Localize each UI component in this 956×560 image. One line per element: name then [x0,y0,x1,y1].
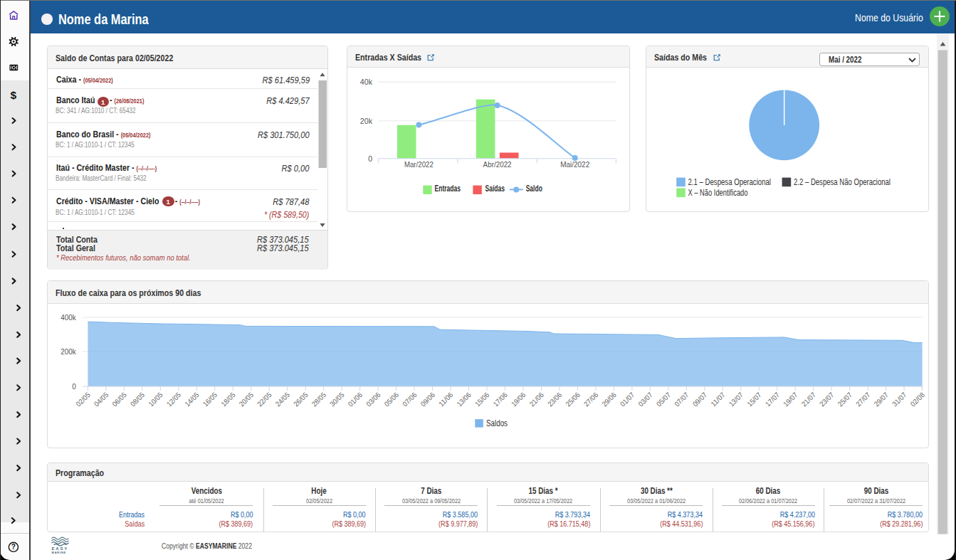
svg-text:03/06: 03/06 [364,391,382,408]
svg-text:400k: 400k [61,313,76,321]
svg-text:03/07: 03/07 [636,391,654,408]
svg-text:12/05: 12/05 [165,391,183,408]
svg-text:20k: 20k [360,117,373,125]
svg-text:02/05: 02/05 [74,391,92,408]
svg-text:01/06: 01/06 [347,391,364,408]
svg-text:Abr/2022: Abr/2022 [483,160,512,169]
svg-text:25/07: 25/07 [836,391,854,408]
svg-text:01/07: 01/07 [619,391,636,408]
svg-text:26/05: 26/05 [292,391,310,408]
svg-text:23/07: 23/07 [818,391,836,408]
svg-text:2.1 – Despesa Operacional: 2.1 – Despesa Operacional [688,177,772,187]
svg-text:200k: 200k [61,347,76,355]
svg-text:19/07: 19/07 [782,391,799,408]
svg-text:17/06: 17/06 [492,391,510,408]
svg-text:40k: 40k [360,78,373,86]
svg-text:0: 0 [368,154,372,163]
svg-text:09/07: 09/07 [691,391,709,408]
svg-text:20/05: 20/05 [238,391,256,408]
svg-text:07/06: 07/06 [401,391,419,408]
svg-text:29/07: 29/07 [873,391,891,408]
svg-text:22/05: 22/05 [256,391,273,408]
svg-text:Entradas: Entradas [435,183,461,194]
svg-text:Mar/2022: Mar/2022 [404,160,434,169]
svg-text:X – Não Identificado: X – Não Identificado [688,188,748,198]
svg-text:09/06: 09/06 [419,391,437,408]
svg-text:31/07: 31/07 [891,391,908,408]
svg-text:14/05: 14/05 [183,391,201,408]
svg-text:11/07: 11/07 [709,391,727,408]
svg-text:2.2 – Despesa Não Operacional: 2.2 – Despesa Não Operacional [794,177,891,187]
svg-text:15/07: 15/07 [745,391,763,408]
svg-text:25/06: 25/06 [564,391,582,408]
svg-text:$: $ [11,89,17,101]
svg-text:04/05: 04/05 [93,391,110,408]
svg-text:30/05: 30/05 [328,391,346,408]
svg-text:16/05: 16/05 [201,391,219,408]
svg-text:21/07: 21/07 [800,391,818,408]
svg-text:15/06: 15/06 [473,391,491,408]
svg-text:21/06: 21/06 [528,391,546,408]
svg-text:27/07: 27/07 [854,391,872,408]
svg-text:06/05: 06/05 [110,391,128,408]
svg-text:28/05: 28/05 [310,391,328,408]
svg-text:29/06: 29/06 [600,391,618,408]
svg-text:Saldos: Saldos [486,418,508,428]
svg-text:07/07: 07/07 [673,391,690,408]
svg-text:Saídas: Saídas [485,183,505,194]
svg-text:05/06: 05/06 [383,391,401,408]
svg-text:19/06: 19/06 [510,391,527,408]
svg-text:11/06: 11/06 [437,391,455,408]
svg-text:27/06: 27/06 [582,391,600,408]
svg-text:18/05: 18/05 [219,391,237,408]
svg-text:02/08: 02/08 [909,391,927,408]
svg-text:Saldo: Saldo [526,183,542,194]
svg-text:17/07: 17/07 [764,391,782,408]
svg-text:24/05: 24/05 [274,391,292,408]
svg-text:10/05: 10/05 [147,391,164,408]
svg-text:13/06: 13/06 [456,391,473,408]
svg-text:13/07: 13/07 [727,391,745,408]
svg-text:05/07: 05/07 [655,391,673,408]
svg-text:08/05: 08/05 [129,391,147,408]
svg-text:23/06: 23/06 [546,391,564,408]
svg-text:Mai/2022: Mai/2022 [560,160,589,169]
svg-text:0: 0 [72,382,76,390]
